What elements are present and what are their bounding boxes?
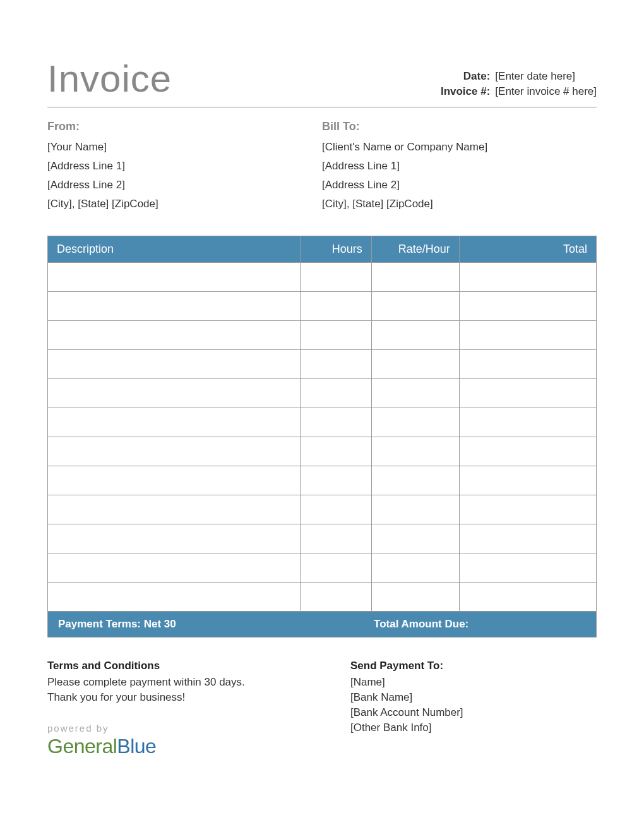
- col-hours: Hours: [300, 236, 371, 263]
- cell-rate[interactable]: [371, 292, 459, 321]
- cell-hours[interactable]: [300, 263, 371, 292]
- cell-total[interactable]: [459, 524, 596, 553]
- payment-other[interactable]: [Other Bank Info]: [350, 722, 597, 734]
- cell-rate[interactable]: [371, 408, 459, 437]
- cell-rate[interactable]: [371, 583, 459, 612]
- col-total: Total: [459, 236, 596, 263]
- cell-total[interactable]: [459, 263, 596, 292]
- cell-total[interactable]: [459, 583, 596, 612]
- cell-description[interactable]: [48, 263, 301, 292]
- cell-total[interactable]: [459, 379, 596, 408]
- from-heading: From:: [47, 120, 322, 133]
- cell-rate[interactable]: [371, 321, 459, 350]
- cell-total[interactable]: [459, 466, 596, 495]
- terms-line: Thank you for your business!: [47, 691, 294, 704]
- billto-block: Bill To: [Client's Name or Company Name]…: [322, 120, 597, 217]
- cell-description[interactable]: [48, 553, 301, 583]
- cell-description[interactable]: [48, 466, 301, 495]
- invoice-meta: Date: [Enter date here] Invoice #: [Ente…: [438, 70, 597, 100]
- brand-first: General: [47, 735, 117, 758]
- from-block: From: [Your Name] [Address Line 1] [Addr…: [47, 120, 322, 217]
- total-due-label: Total Amount Due:: [371, 612, 471, 637]
- cell-total[interactable]: [459, 350, 596, 379]
- billto-city[interactable]: [City], [State] [ZipCode]: [322, 198, 597, 210]
- table-row: [48, 553, 597, 583]
- cell-rate[interactable]: [371, 350, 459, 379]
- brand-name: GeneralBlue: [47, 735, 294, 758]
- bottom-section: Terms and Conditions Please complete pay…: [47, 660, 597, 758]
- terms-heading: Terms and Conditions: [47, 660, 294, 672]
- date-label: Date:: [438, 70, 495, 83]
- cell-hours[interactable]: [300, 524, 371, 553]
- invoice-number-label: Invoice #:: [438, 85, 495, 98]
- table-row: [48, 321, 597, 350]
- cell-hours[interactable]: [300, 466, 371, 495]
- cell-hours[interactable]: [300, 321, 371, 350]
- totals-bar: Payment Terms: Net 30 Total Amount Due:: [47, 612, 597, 638]
- cell-description[interactable]: [48, 437, 301, 466]
- cell-rate[interactable]: [371, 379, 459, 408]
- cell-total[interactable]: [459, 321, 596, 350]
- cell-hours[interactable]: [300, 553, 371, 583]
- cell-hours[interactable]: [300, 583, 371, 612]
- page-title: Invoice: [47, 57, 172, 100]
- cell-description[interactable]: [48, 350, 301, 379]
- cell-hours[interactable]: [300, 437, 371, 466]
- cell-total[interactable]: [459, 437, 596, 466]
- billto-heading: Bill To:: [322, 120, 597, 133]
- col-description: Description: [48, 236, 301, 263]
- line-items-table: Description Hours Rate/Hour Total: [47, 236, 597, 612]
- from-address2[interactable]: [Address Line 2]: [47, 179, 322, 191]
- table-row: [48, 292, 597, 321]
- from-name[interactable]: [Your Name]: [47, 141, 322, 154]
- brand-second: Blue: [117, 735, 156, 758]
- billto-address1[interactable]: [Address Line 1]: [322, 160, 597, 172]
- address-section: From: [Your Name] [Address Line 1] [Addr…: [47, 120, 597, 217]
- payment-account[interactable]: [Bank Account Number]: [350, 706, 597, 719]
- send-payment-heading: Send Payment To:: [350, 660, 597, 672]
- payment-bank[interactable]: [Bank Name]: [350, 691, 597, 704]
- cell-description[interactable]: [48, 292, 301, 321]
- cell-rate[interactable]: [371, 263, 459, 292]
- invoice-number-value[interactable]: [Enter invoice # here]: [495, 85, 597, 98]
- table-row: [48, 263, 597, 292]
- cell-rate[interactable]: [371, 553, 459, 583]
- billto-name[interactable]: [Client's Name or Company Name]: [322, 141, 597, 154]
- cell-rate[interactable]: [371, 437, 459, 466]
- cell-description[interactable]: [48, 379, 301, 408]
- payment-terms: Payment Terms: Net 30: [48, 612, 371, 637]
- billto-address2[interactable]: [Address Line 2]: [322, 179, 597, 191]
- cell-total[interactable]: [459, 553, 596, 583]
- table-row: [48, 408, 597, 437]
- table-row: [48, 466, 597, 495]
- cell-total[interactable]: [459, 292, 596, 321]
- cell-rate[interactable]: [371, 466, 459, 495]
- cell-rate[interactable]: [371, 524, 459, 553]
- cell-total[interactable]: [459, 408, 596, 437]
- table-row: [48, 583, 597, 612]
- header: Invoice Date: [Enter date here] Invoice …: [47, 57, 597, 107]
- cell-hours[interactable]: [300, 408, 371, 437]
- from-city[interactable]: [City], [State] [ZipCode]: [47, 198, 322, 210]
- cell-rate[interactable]: [371, 495, 459, 524]
- cell-description[interactable]: [48, 524, 301, 553]
- cell-hours[interactable]: [300, 495, 371, 524]
- logo: powered by GeneralBlue: [47, 723, 294, 758]
- table-row: [48, 524, 597, 553]
- from-address1[interactable]: [Address Line 1]: [47, 160, 322, 172]
- col-rate: Rate/Hour: [371, 236, 459, 263]
- cell-description[interactable]: [48, 408, 301, 437]
- cell-hours[interactable]: [300, 292, 371, 321]
- cell-hours[interactable]: [300, 379, 371, 408]
- date-value[interactable]: [Enter date here]: [495, 70, 575, 83]
- table-row: [48, 350, 597, 379]
- cell-description[interactable]: [48, 583, 301, 612]
- total-due-value: [471, 612, 596, 637]
- table-row: [48, 437, 597, 466]
- send-payment-block: Send Payment To: [Name] [Bank Name] [Ban…: [294, 660, 597, 758]
- cell-total[interactable]: [459, 495, 596, 524]
- cell-description[interactable]: [48, 495, 301, 524]
- payment-name[interactable]: [Name]: [350, 676, 597, 689]
- cell-hours[interactable]: [300, 350, 371, 379]
- cell-description[interactable]: [48, 321, 301, 350]
